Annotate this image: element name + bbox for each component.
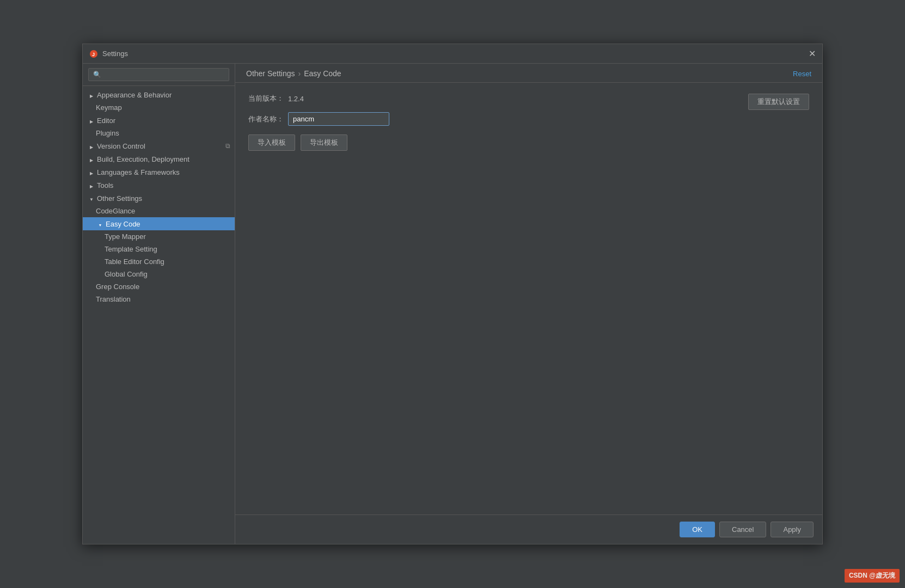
footer: OK Cancel Apply — [235, 514, 822, 544]
main-body-fields: 当前版本： 1.2.4 作者名称： 导入模板 导出模板 — [248, 94, 748, 160]
sidebar-item-grep-console[interactable]: Grep Console — [83, 280, 235, 293]
sidebar-item-other-settings[interactable]: Other Settings — [83, 192, 235, 205]
version-value: 1.2.4 — [288, 95, 304, 103]
sidebar-item-label: Languages & Frameworks — [97, 168, 180, 176]
settings-dialog: J Settings ✕ Appearance & Behavior Keyma… — [82, 44, 823, 544]
breadcrumb-parent: Other Settings — [246, 69, 295, 78]
arrow-icon — [87, 116, 96, 125]
sidebar-item-label: Build, Execution, Deployment — [97, 155, 189, 163]
sidebar-item-label: Easy Code — [106, 220, 140, 228]
sidebar-item-label: Version Control — [97, 142, 145, 150]
reset-default-button[interactable]: 重置默认设置 — [748, 94, 809, 110]
arrow-icon — [87, 142, 96, 150]
author-row: 作者名称： — [248, 112, 748, 126]
sidebar: Appearance & Behavior Keymap Editor Plug… — [83, 64, 235, 544]
sidebar-item-label: Appearance & Behavior — [97, 91, 172, 99]
author-label: 作者名称： — [248, 114, 284, 124]
sidebar-item-table-editor[interactable]: Table Editor Config — [83, 255, 235, 268]
export-template-button[interactable]: 导出模板 — [301, 134, 347, 151]
search-input[interactable] — [88, 68, 229, 81]
sidebar-item-tools[interactable]: Tools — [83, 179, 235, 192]
main-header: Other Settings › Easy Code Reset — [235, 64, 822, 83]
sidebar-item-languages[interactable]: Languages & Frameworks — [83, 166, 235, 179]
button-row: 导入模板 导出模板 — [248, 134, 748, 151]
sidebar-item-template-setting[interactable]: Template Setting — [83, 243, 235, 255]
sidebar-item-global-config[interactable]: Global Config — [83, 268, 235, 280]
breadcrumb-separator: › — [298, 69, 301, 78]
sidebar-item-label: Editor — [97, 117, 115, 125]
sidebar-item-codeglance[interactable]: CodeGlance — [83, 205, 235, 217]
main-body-actions: 重置默认设置 — [748, 94, 809, 110]
sidebar-item-label: Plugins — [96, 129, 119, 137]
sidebar-item-label: Table Editor Config — [105, 258, 164, 266]
apply-button[interactable]: Apply — [771, 522, 814, 537]
arrow-icon — [87, 168, 96, 176]
import-template-button[interactable]: 导入模板 — [248, 134, 295, 151]
ok-button[interactable]: OK — [680, 522, 715, 537]
content-area: Appearance & Behavior Keymap Editor Plug… — [83, 64, 822, 544]
cancel-button[interactable]: Cancel — [719, 522, 766, 537]
sidebar-item-label: CodeGlance — [96, 207, 135, 215]
copy-icon: ⧉ — [225, 142, 230, 150]
version-label: 当前版本： — [248, 94, 284, 103]
sidebar-item-translation[interactable]: Translation — [83, 293, 235, 305]
sidebar-item-keymap[interactable]: Keymap — [83, 101, 235, 114]
version-row: 当前版本： 1.2.4 — [248, 94, 748, 103]
arrow-icon — [96, 219, 105, 228]
arrow-icon — [87, 155, 96, 163]
nav-tree: Appearance & Behavior Keymap Editor Plug… — [83, 86, 235, 544]
sidebar-item-label: Translation — [96, 295, 131, 303]
watermark: CSDN @虚无境 — [845, 569, 900, 583]
main-body: 当前版本： 1.2.4 作者名称： 导入模板 导出模板 — [235, 83, 822, 514]
breadcrumb-current: Easy Code — [304, 69, 341, 78]
title-bar: J Settings ✕ — [83, 44, 822, 64]
sidebar-item-label: Keymap — [96, 103, 122, 112]
arrow-icon — [87, 90, 96, 99]
sidebar-item-label: Type Mapper — [105, 232, 146, 241]
arrow-icon — [87, 181, 96, 189]
app-icon: J — [89, 50, 98, 58]
sidebar-item-build[interactable]: Build, Execution, Deployment — [83, 152, 235, 166]
main-body-top: 当前版本： 1.2.4 作者名称： 导入模板 导出模板 — [248, 94, 809, 160]
sidebar-item-label: Global Config — [105, 270, 148, 278]
arrow-icon — [87, 194, 96, 203]
sidebar-item-label: Template Setting — [105, 245, 157, 253]
svg-text:J: J — [92, 52, 95, 57]
breadcrumb: Other Settings › Easy Code — [246, 69, 341, 78]
sidebar-item-label: Other Settings — [97, 194, 142, 203]
sidebar-item-appearance[interactable]: Appearance & Behavior — [83, 88, 235, 101]
sidebar-item-easy-code[interactable]: Easy Code — [83, 217, 235, 230]
sidebar-item-version-control[interactable]: Version Control ⧉ — [83, 139, 235, 152]
dialog-title: Settings — [102, 50, 128, 58]
author-input[interactable] — [288, 112, 389, 126]
close-button[interactable]: ✕ — [809, 50, 816, 58]
sidebar-item-label: Grep Console — [96, 283, 139, 291]
reset-button[interactable]: Reset — [793, 70, 811, 78]
search-bar — [83, 64, 235, 86]
sidebar-item-type-mapper[interactable]: Type Mapper — [83, 230, 235, 243]
sidebar-item-editor[interactable]: Editor — [83, 114, 235, 127]
main-content: Other Settings › Easy Code Reset 当前版本： 1… — [235, 64, 822, 544]
sidebar-item-label: Tools — [97, 181, 113, 189]
sidebar-item-plugins[interactable]: Plugins — [83, 127, 235, 139]
